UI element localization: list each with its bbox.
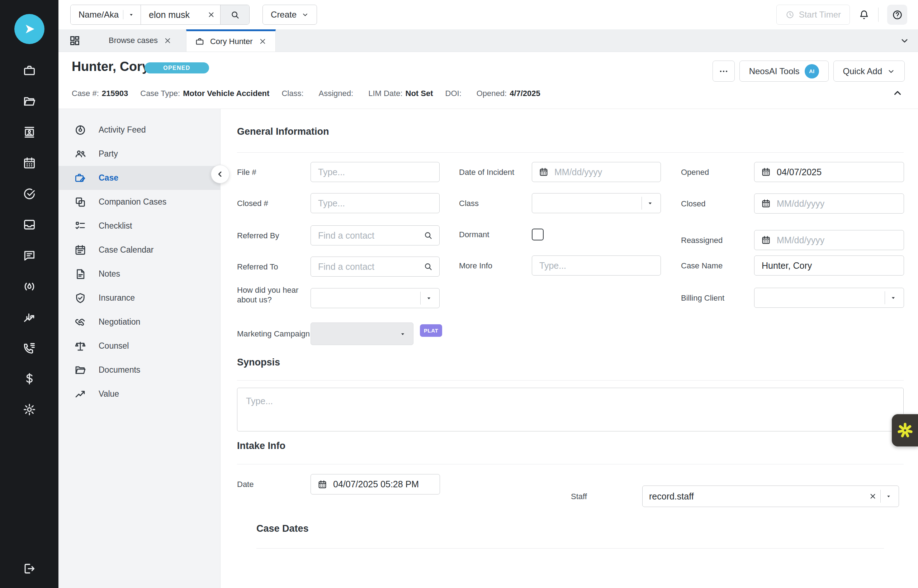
dashboard-button[interactable] [63,29,86,52]
rail-nav [22,63,37,417]
opened-field[interactable] [754,162,904,182]
section-divider [256,548,884,549]
sidebar-item-documents[interactable]: Documents [58,358,220,382]
sidebar-item-negotiation[interactable]: Negotiation [58,310,220,334]
tab-cory-hunter[interactable]: Cory Hunter [186,29,276,52]
sidebar-item-value[interactable]: Value [58,382,220,406]
meta-lim-date: LIM Date:Not Set [368,89,433,98]
rail-billing-button[interactable] [22,372,37,386]
closed-number-input[interactable] [317,198,433,209]
start-timer-button[interactable]: Start Timer [776,5,850,25]
search-clear-button[interactable] [207,11,215,19]
billing-client-label: Billing Client [681,293,724,303]
notifications-button[interactable] [858,9,869,20]
page-title: Hunter, Cory [72,59,149,74]
gauge-icon [23,279,36,293]
staff-combobox[interactable]: record.staff [642,486,899,507]
reassigned-field[interactable] [754,230,904,250]
case-name-input[interactable] [761,260,897,271]
intake-date-input[interactable] [332,479,433,490]
rail-logout-button[interactable] [22,562,37,576]
closed-field[interactable] [754,194,904,213]
ai-assistant-fab[interactable] [892,414,918,447]
app-root: Name/Aka Create Start Timer [0,0,918,588]
sidebar-item-checklist[interactable]: Checklist [58,214,220,238]
rail-tasks-button[interactable] [22,187,37,201]
sidebar-item-case-calendar[interactable]: Case Calendar [58,238,220,262]
rail-contacts-button[interactable] [22,125,37,139]
closed-number-field[interactable] [311,193,440,213]
logout-icon [23,562,36,575]
sidebar-item-case[interactable]: Case [58,166,220,190]
chevron-down-icon [887,67,895,75]
how-did-you-hear-select[interactable] [311,288,440,308]
rail-documents-button[interactable] [22,94,37,108]
dormant-checkbox[interactable] [532,229,544,241]
synopsis-textarea[interactable] [237,388,903,431]
intake-date-field[interactable] [311,474,440,494]
quick-add-label: Quick Add [843,66,882,76]
search-category-dropdown[interactable]: Name/Aka [71,5,141,24]
sidebar-item-counsel[interactable]: Counsel [58,334,220,358]
marketing-campaign-label: Marketing Campaign [237,329,310,339]
create-button[interactable]: Create [262,5,317,25]
collapse-header-button[interactable] [892,88,903,99]
rail-cases-button[interactable] [22,63,37,78]
sidebar-item-companion-cases[interactable]: Companion Cases [58,190,220,214]
tab-browse-cases[interactable]: Browse cases [100,29,180,52]
contact-card-icon [23,125,36,139]
tab-close-button[interactable] [164,37,172,45]
reassigned-input[interactable] [776,235,897,246]
reassigned-label: Reassigned [681,236,722,245]
file-number-input[interactable] [317,166,433,178]
sidebar-item-notes[interactable]: Notes [58,262,220,286]
rail-reports-button[interactable] [22,310,37,324]
rail-gauge-button[interactable] [22,279,37,294]
referred-by-field[interactable] [311,225,440,246]
negotiation-handshake-icon [74,316,86,328]
ellipsis-icon [718,66,729,77]
quick-add-button[interactable]: Quick Add [833,61,905,82]
referred-to-input[interactable] [317,261,424,272]
case-name-field[interactable] [754,255,904,276]
close-icon [259,37,267,45]
rail-calls-button[interactable] [22,341,37,355]
help-button[interactable] [887,5,907,25]
tab-close-button[interactable] [259,37,267,45]
file-number-field[interactable] [311,162,440,182]
opened-input[interactable] [776,166,897,178]
date-of-incident-input[interactable] [554,166,654,178]
rail-intake-button[interactable] [22,218,37,232]
sidebar-item-activity-feed[interactable]: Activity Feed [58,118,220,142]
referred-to-field[interactable] [311,257,440,276]
intake-date-label: Date [237,480,254,489]
app-logo[interactable] [15,14,44,44]
rail-messages-button[interactable] [22,248,37,263]
tab-overflow-button[interactable] [897,29,912,52]
staff-clear-button[interactable] [869,492,877,500]
referred-by-input[interactable] [317,230,424,241]
marketing-campaign-select[interactable] [311,323,413,345]
more-actions-button[interactable] [712,61,735,82]
neosai-tools-button[interactable]: NeosAI Tools AI [740,61,829,82]
bell-icon [858,9,869,20]
search-input[interactable] [148,9,204,20]
subnav-collapse-button[interactable] [211,165,230,183]
billing-client-select[interactable] [754,288,904,308]
rail-calendar-button[interactable] [22,156,37,170]
more-info-input[interactable] [539,260,654,271]
search-button[interactable] [220,5,249,24]
date-of-incident-field[interactable] [532,162,661,182]
sidebar-item-party[interactable]: Party [58,142,220,166]
check-circle-icon [23,187,36,201]
chevron-left-icon [215,170,225,179]
sidebar-item-insurance[interactable]: Insurance [58,286,220,310]
caret-down-icon [128,11,135,18]
rail-settings-button[interactable] [22,402,37,417]
insurance-shield-icon [74,292,86,304]
closed-input[interactable] [776,198,897,209]
class-select[interactable] [532,193,661,213]
more-info-label: More Info [459,261,492,271]
calendar-icon [761,167,771,177]
more-info-field[interactable] [532,255,661,276]
